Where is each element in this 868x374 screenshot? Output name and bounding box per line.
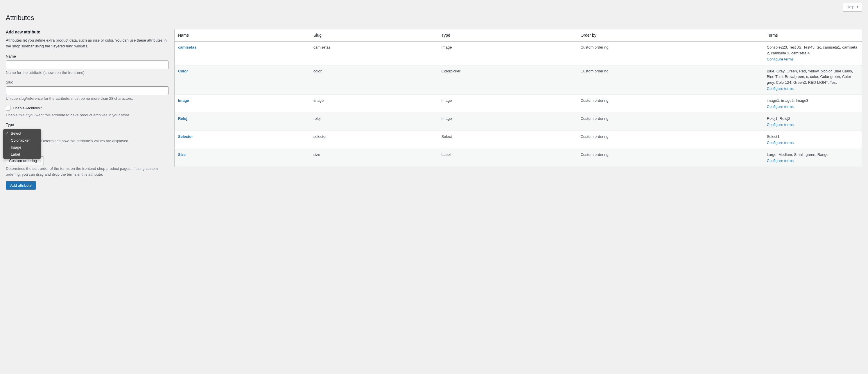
- configure-terms-link[interactable]: Configure terms: [767, 105, 794, 109]
- attribute-type: Image: [438, 94, 577, 113]
- attribute-name-link[interactable]: camisetas: [178, 45, 196, 50]
- attribute-slug: size: [310, 149, 438, 167]
- slug-hint: Unique slug/reference for the attribute;…: [6, 96, 168, 102]
- configure-terms-link[interactable]: Configure terms: [767, 57, 794, 61]
- attribute-terms: image1, image2, Image3: [767, 98, 859, 104]
- attribute-type: Select: [438, 131, 577, 149]
- enable-archives-checkbox[interactable]: [6, 106, 10, 111]
- sort-order-hint: Determines the sort order of the terms o…: [6, 166, 168, 177]
- attribute-order: Custom ordering: [577, 131, 763, 149]
- table-row: SelectorselectorSelectCustom orderingSel…: [175, 131, 862, 149]
- table-row: ImageimageImageCustom orderingimage1, im…: [175, 94, 862, 113]
- attribute-name-link[interactable]: Reloj: [178, 116, 187, 121]
- attribute-slug: camisetas: [310, 41, 438, 65]
- configure-terms-link[interactable]: Configure terms: [767, 122, 794, 127]
- th-order: Order by: [577, 29, 763, 41]
- help-tab[interactable]: Help ▼: [843, 3, 862, 11]
- enable-archives-hint: Enable this if you want this attribute t…: [6, 112, 168, 118]
- attribute-name-link[interactable]: Color: [178, 69, 188, 73]
- add-attribute-button[interactable]: Add attribute: [6, 181, 36, 190]
- page-title: Attributes: [6, 13, 862, 23]
- slug-input[interactable]: [6, 86, 168, 95]
- type-option[interactable]: Select: [3, 130, 41, 137]
- table-row: camisetascamisetasImageCustom orderingCo…: [175, 41, 862, 65]
- attribute-terms: Large, Medium, Small, green, Range: [767, 152, 859, 157]
- attribute-slug: selector: [310, 131, 438, 149]
- add-attribute-heading: Add new attribute: [6, 29, 168, 35]
- attribute-terms: Console223, Test JS, Test45, tet, camise…: [767, 45, 859, 56]
- attribute-type: Colorpicker: [438, 65, 577, 94]
- attribute-type: Label: [438, 149, 577, 167]
- name-input[interactable]: [6, 60, 168, 69]
- attribute-type: Image: [438, 113, 577, 131]
- attribute-type: Image: [438, 41, 577, 65]
- attribute-slug: image: [310, 94, 438, 113]
- table-row: RelojrelojImageCustom orderingReloj1, Re…: [175, 113, 862, 131]
- help-label: Help: [846, 4, 854, 10]
- attribute-slug: color: [310, 65, 438, 94]
- slug-label: Slug: [6, 79, 168, 85]
- enable-archives-label: Enable Archives?: [13, 105, 42, 111]
- attribute-order: Custom ordering: [577, 65, 763, 94]
- type-option[interactable]: Label: [3, 151, 41, 158]
- dropdown-triangle-icon: ▼: [856, 5, 859, 9]
- table-row: ColorcolorColorpickerCustom orderingBlue…: [175, 65, 862, 94]
- configure-terms-link[interactable]: Configure terms: [767, 141, 794, 145]
- th-terms: Terms: [764, 29, 862, 41]
- configure-terms-link[interactable]: Configure terms: [767, 86, 794, 91]
- name-hint: Name for the attribute (shown on the fro…: [6, 70, 168, 76]
- attribute-order: Custom ordering: [577, 41, 763, 65]
- chevron-down-icon: ⌄: [39, 159, 42, 164]
- th-name: Name: [175, 29, 310, 41]
- add-attribute-intro: Attributes let you define extra product …: [6, 37, 168, 49]
- attribute-name-link[interactable]: Selector: [178, 134, 193, 139]
- attribute-slug: reloj: [310, 113, 438, 131]
- attribute-order: Custom ordering: [577, 94, 763, 113]
- type-option[interactable]: Image: [3, 144, 41, 151]
- attribute-name-link[interactable]: Size: [178, 152, 186, 157]
- configure-terms-link[interactable]: Configure terms: [767, 159, 794, 163]
- table-row: SizesizeLabelCustom orderingLarge, Mediu…: [175, 149, 862, 167]
- th-slug: Slug: [310, 29, 438, 41]
- attribute-order: Custom ordering: [577, 113, 763, 131]
- attribute-terms: Blue, Gray, Green, Red, Yellow, bicolor,…: [767, 68, 859, 86]
- attribute-order: Custom ordering: [577, 149, 763, 167]
- attribute-terms: Select1: [767, 134, 859, 140]
- th-type: Type: [438, 29, 577, 41]
- name-label: Name: [6, 54, 168, 59]
- type-option[interactable]: Colorpicker: [3, 137, 41, 144]
- attribute-terms: Reloj1, Reloj2: [767, 116, 859, 121]
- type-label: Type: [6, 122, 168, 128]
- attribute-name-link[interactable]: Image: [178, 98, 189, 103]
- attributes-table: Name Slug Type Order by Terms camisetasc…: [174, 29, 862, 167]
- type-dropdown: SelectColorpickerImageLabel: [3, 129, 41, 159]
